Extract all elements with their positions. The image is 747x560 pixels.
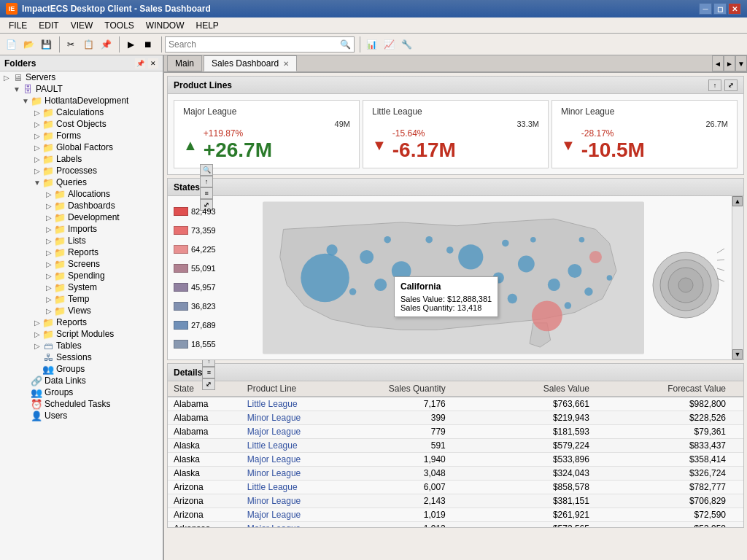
tbl-expander[interactable]: ▷: [32, 341, 42, 351]
tree-cost-objects[interactable]: ▷ 📁 Cost Objects: [0, 118, 163, 130]
tab-main[interactable]: Main: [167, 55, 202, 71]
states-search-btn[interactable]: 🔍: [200, 164, 213, 176]
search-box[interactable]: 🔍: [165, 36, 355, 52]
tree-scheduled-tasks[interactable]: ⏰ Scheduled Tasks: [0, 398, 163, 410]
scroll-down-btn[interactable]: ▼: [732, 349, 743, 359]
cell-product[interactable]: Major League: [241, 453, 341, 467]
bubble-ny[interactable]: [518, 256, 535, 273]
bubble-wa[interactable]: [326, 244, 337, 255]
tree-processes[interactable]: ▷ 📁 Processes: [0, 165, 163, 176]
tree-script-modules[interactable]: ▷ 📁 Script Modules: [0, 328, 163, 340]
queries-expander[interactable]: ▼: [32, 177, 42, 187]
folders-close-btn[interactable]: ✕: [148, 58, 158, 69]
tb-paste[interactable]: 📌: [98, 36, 114, 52]
restore-button[interactable]: ◻: [713, 3, 727, 15]
tree-hotlanta[interactable]: ▼ 📁 HotlantaDevelopment: [0, 95, 163, 106]
dash-expander[interactable]: ▷: [44, 201, 54, 211]
cell-product[interactable]: Major League: [241, 522, 341, 528]
cell-product[interactable]: Little League: [241, 397, 341, 411]
bubble-nv[interactable]: [374, 279, 387, 291]
tab-nav-right[interactable]: ►: [724, 55, 735, 71]
tb-stop[interactable]: ⏹: [140, 36, 156, 52]
table-row[interactable]: Arizona Minor League 2,143 $381,151 $706…: [168, 494, 743, 508]
tb-extra2[interactable]: 📈: [381, 36, 397, 52]
cell-product[interactable]: Minor League: [241, 467, 341, 481]
tree-dashboards[interactable]: ▷ 📁 Dashboards: [0, 200, 163, 211]
tb-extra1[interactable]: 📊: [363, 36, 379, 52]
tb-open[interactable]: 📂: [20, 36, 36, 52]
tree-imports[interactable]: ▷ 📁 Imports: [0, 223, 163, 235]
tree-views[interactable]: ▷ 📁 Views: [0, 305, 163, 316]
table-row[interactable]: Alaska Little League 591 $579,224 $833,4…: [168, 439, 743, 453]
tree-allocations[interactable]: ▷ 📁 Allocations: [0, 188, 163, 200]
cell-product[interactable]: Minor League: [241, 411, 341, 425]
sys-expander[interactable]: ▷: [44, 282, 54, 292]
menu-view[interactable]: VIEW: [65, 19, 99, 32]
tree-lists[interactable]: ▷ 📁 Lists: [0, 235, 163, 246]
tree-groups-top[interactable]: 👥 Groups: [0, 386, 163, 398]
bubble-or[interactable]: [360, 250, 374, 264]
views-expander[interactable]: ▷: [44, 306, 54, 316]
bubble-va[interactable]: [548, 279, 560, 291]
spend-expander[interactable]: ▷: [44, 271, 54, 281]
grptop-expander[interactable]: [20, 387, 31, 397]
servers-expander[interactable]: ▷: [1, 72, 12, 82]
tree-screens[interactable]: ▷ 📁 Screens: [0, 258, 163, 270]
rq-expander[interactable]: ▷: [44, 247, 54, 257]
scr-expander[interactable]: ▷: [44, 259, 54, 269]
pl-expand-btn[interactable]: ⤢: [724, 79, 738, 91]
tree-forms[interactable]: ▷ 📁 Forms: [0, 130, 163, 141]
cell-product[interactable]: Major League: [241, 425, 341, 439]
tb-cut[interactable]: ✂: [63, 36, 79, 52]
menu-help[interactable]: HELP: [190, 19, 224, 32]
states-scrollbar[interactable]: ▲ ▼: [732, 196, 743, 359]
menu-window[interactable]: WINDOW: [140, 19, 190, 32]
tab-sales-dashboard[interactable]: Sales Dashboard ✕: [204, 55, 297, 71]
st-expander[interactable]: [20, 399, 31, 409]
tb-save[interactable]: 💾: [38, 36, 54, 52]
tree-pault[interactable]: ▼ 🗄 PAULT: [0, 83, 163, 95]
menu-tools[interactable]: TOOLS: [98, 19, 139, 32]
sm-expander[interactable]: ▷: [32, 329, 42, 339]
dl-expander[interactable]: [20, 376, 31, 386]
details-filter-btn[interactable]: ≡: [202, 367, 215, 378]
close-button[interactable]: ✕: [728, 3, 741, 15]
rep-expander[interactable]: ▷: [32, 317, 42, 327]
pault-expander[interactable]: ▼: [12, 84, 22, 94]
pl-export-btn[interactable]: ↑: [708, 79, 721, 91]
tb-extra3[interactable]: 🔧: [398, 36, 414, 52]
forms-expander[interactable]: ▷: [32, 131, 42, 141]
minimize-button[interactable]: ─: [699, 3, 712, 15]
alloc-expander[interactable]: ▷: [44, 189, 54, 199]
tree-reports-main[interactable]: ▷ 📁 Reports: [0, 316, 163, 328]
table-row[interactable]: Alabama Little League 7,176 $763,661 $98…: [168, 397, 743, 411]
gf-expander[interactable]: ▷: [32, 142, 42, 152]
scroll-up-btn[interactable]: ▲: [732, 196, 743, 206]
tree-development[interactable]: ▷ 📁 Development: [0, 211, 163, 223]
usr-expander[interactable]: [20, 411, 31, 421]
search-input[interactable]: [169, 39, 340, 50]
hotlanta-expander[interactable]: ▼: [20, 96, 31, 106]
imp-expander[interactable]: ▷: [44, 224, 54, 234]
tree-users[interactable]: 👤 Users: [0, 410, 163, 421]
table-row[interactable]: Arizona Little League 6,007 $858,578 $78…: [168, 481, 743, 494]
states-export-btn[interactable]: ↑: [200, 176, 213, 187]
table-row[interactable]: Alaska Major League 1,940 $533,896 $358,…: [168, 453, 743, 467]
bubble-ma[interactable]: [589, 251, 602, 263]
cell-product[interactable]: Little League: [241, 481, 341, 494]
proc-expander[interactable]: ▷: [32, 166, 42, 176]
bubble-tn[interactable]: [508, 294, 517, 303]
labels-expander[interactable]: ▷: [32, 154, 42, 164]
table-row[interactable]: Alabama Major League 779 $181,593 $79,36…: [168, 425, 743, 439]
table-row[interactable]: Arkansas Major League 1,913 $573,565 $53…: [168, 522, 743, 528]
table-row[interactable]: Alabama Minor League 399 $219,943 $228,5…: [168, 411, 743, 425]
table-row[interactable]: Alaska Minor League 3,048 $324,043 $326,…: [168, 467, 743, 481]
bubble-pa[interactable]: [568, 264, 581, 278]
details-table-scroll[interactable]: State Product Line Sales Quantity Sales …: [168, 381, 743, 527]
menu-file[interactable]: FILE: [3, 19, 33, 32]
cell-product[interactable]: Major League: [241, 508, 341, 522]
tree-global-factors[interactable]: ▷ 📁 Global Factors: [0, 141, 163, 153]
tab-close-icon[interactable]: ✕: [283, 60, 289, 68]
tree-calculations[interactable]: ▷ 📁 Calculations: [0, 106, 163, 118]
folders-pin-btn[interactable]: 📌: [135, 58, 145, 69]
